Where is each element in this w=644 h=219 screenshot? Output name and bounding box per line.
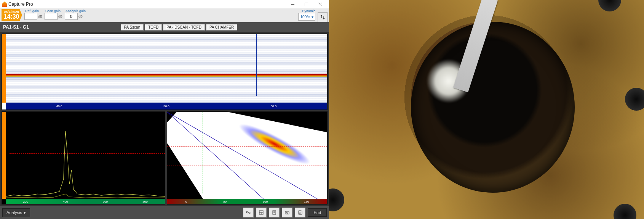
analysis-gain-input[interactable] bbox=[65, 13, 78, 20]
bottom-bar: Analysis ▾ End bbox=[0, 206, 329, 219]
bolt-hole bbox=[625, 88, 644, 111]
dynamic-group: Dynamic 100% ▾ bbox=[298, 9, 315, 21]
scan-gain-input[interactable] bbox=[45, 13, 58, 20]
ref-gain-input[interactable] bbox=[24, 13, 37, 20]
tab-tofd[interactable]: TOFD bbox=[145, 24, 162, 31]
chevron-down-icon: ▾ bbox=[312, 15, 313, 19]
svg-rect-12 bbox=[299, 213, 301, 214]
bscan-depth-ruler[interactable] bbox=[2, 34, 6, 103]
sscan-cursor[interactable] bbox=[203, 112, 203, 193]
axis-tick: 200 bbox=[23, 200, 28, 203]
bscan-plot[interactable] bbox=[6, 34, 327, 103]
tab-pa-dscan-tofd[interactable]: PA - DSCAN - TOFD bbox=[163, 24, 205, 31]
ref-gain-unit: dB bbox=[38, 14, 42, 18]
axis-tick: 0 bbox=[185, 200, 187, 203]
sscan-gate-a[interactable] bbox=[167, 147, 327, 147]
bscan-backwall bbox=[6, 74, 327, 77]
sscan-gate-b[interactable] bbox=[167, 166, 327, 166]
ascan-x-axis[interactable]: 200 400 600 800 bbox=[6, 199, 165, 204]
ref-gain-group: Ref. gain dB bbox=[24, 9, 42, 21]
channel-title: PA1-S1 - G1 bbox=[3, 24, 29, 30]
save-button[interactable] bbox=[295, 208, 305, 217]
axis-tick: 800 bbox=[142, 200, 147, 203]
axis-tick: 50 bbox=[223, 200, 227, 203]
analysis-menu-button[interactable]: Analysis ▾ bbox=[2, 208, 30, 217]
end-button[interactable]: End bbox=[308, 208, 327, 217]
bscan-gate-line[interactable] bbox=[6, 74, 327, 74]
layout-button[interactable] bbox=[256, 208, 267, 217]
bscan-x-axis[interactable]: 40.0 50.0 60.0 bbox=[6, 103, 327, 109]
scan-gain-group: Scan gain dB bbox=[45, 9, 62, 21]
ascan-waveform bbox=[6, 112, 165, 199]
ref-gain-label: Ref. gain bbox=[24, 9, 42, 13]
sscan-plot[interactable] bbox=[167, 112, 327, 199]
axis-tick: 600 bbox=[103, 200, 108, 203]
dynamic-label: Dynamic bbox=[302, 9, 315, 13]
minimize-button[interactable] bbox=[286, 0, 299, 8]
title-bar: Capture Pro bbox=[0, 0, 329, 8]
app-icon bbox=[2, 2, 7, 7]
maximize-button[interactable] bbox=[299, 0, 313, 8]
axis-tick: 100 bbox=[263, 200, 268, 203]
analysis-gain-label: Analysis gain bbox=[65, 9, 86, 13]
svg-point-11 bbox=[286, 212, 288, 214]
view-tabs: PA Sscan TOFD PA - DSCAN - TOFD PA CHAMF… bbox=[121, 24, 238, 31]
report-button[interactable] bbox=[269, 208, 280, 217]
bscan-cursor[interactable] bbox=[256, 34, 257, 96]
scan-gain-label: Scan gain bbox=[45, 9, 62, 13]
sscan-angle-axis[interactable]: 0 50 100 130 bbox=[167, 199, 327, 204]
scan-gain-unit: dB bbox=[58, 14, 62, 18]
axis-tick: 60.0 bbox=[271, 105, 277, 108]
end-label: End bbox=[313, 210, 321, 215]
transfer-button[interactable] bbox=[318, 12, 328, 22]
ascan-amp-ruler[interactable] bbox=[2, 112, 6, 199]
screenshot-button[interactable] bbox=[282, 208, 292, 217]
time-label: 14:30 bbox=[4, 14, 19, 20]
dynamic-select[interactable]: 100% ▾ bbox=[298, 13, 315, 21]
tab-pa-chamfer[interactable]: PA CHAMFER bbox=[206, 24, 237, 31]
analysis-gain-unit: dB bbox=[78, 14, 83, 18]
visualization-area: 40.0 50.0 60.0 bbox=[0, 32, 329, 206]
svg-rect-1 bbox=[305, 3, 308, 6]
ascan-panel[interactable]: 200 400 600 800 bbox=[2, 111, 165, 205]
axis-tick: 40.0 bbox=[56, 105, 62, 108]
ascan-plot[interactable] bbox=[6, 112, 165, 199]
reference-photo bbox=[329, 0, 644, 219]
time-chip[interactable]: 08/7/2020 14:30 bbox=[2, 9, 22, 21]
axis-tick: 130 bbox=[304, 200, 309, 203]
chevron-down-icon: ▾ bbox=[24, 210, 26, 215]
close-button[interactable] bbox=[313, 0, 327, 8]
axis-tick: 50.0 bbox=[163, 105, 169, 108]
axis-tick: 400 bbox=[63, 200, 68, 203]
analysis-gain-group: Analysis gain dB bbox=[65, 9, 86, 21]
sub-header: PA1-S1 - G1 PA Sscan TOFD PA - DSCAN - T… bbox=[0, 22, 329, 32]
toolbar: 08/7/2020 14:30 Ref. gain dB Scan gain d… bbox=[0, 8, 329, 22]
analysis-label: Analysis bbox=[6, 210, 22, 215]
link-button[interactable] bbox=[243, 208, 254, 217]
window-title: Capture Pro bbox=[8, 2, 33, 7]
pipe-bore bbox=[411, 22, 575, 193]
sscan-panel[interactable]: 0 50 100 130 bbox=[167, 111, 328, 205]
tab-pa-sscan[interactable]: PA Sscan bbox=[121, 24, 144, 31]
dynamic-value: 100% bbox=[300, 15, 310, 19]
app-window: Capture Pro 08/7/2020 14:30 Ref. gain dB… bbox=[0, 0, 329, 219]
bscan-panel[interactable]: 40.0 50.0 60.0 bbox=[2, 34, 328, 110]
